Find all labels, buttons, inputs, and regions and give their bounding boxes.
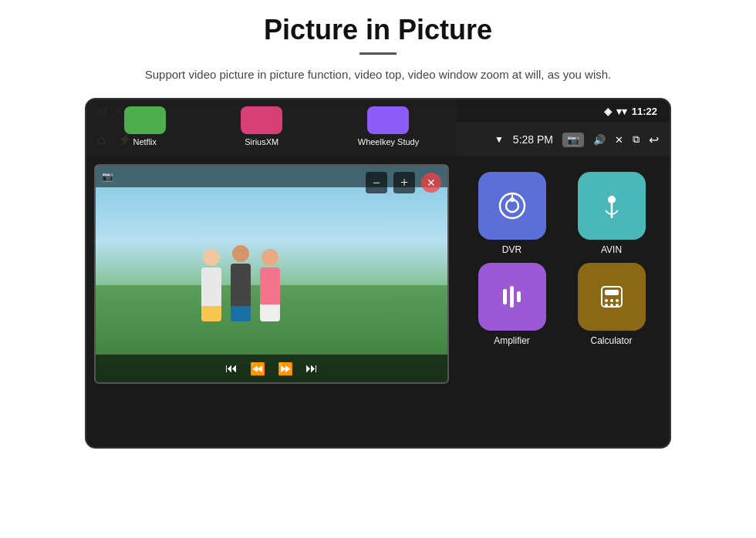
calculator-icon [578, 263, 646, 331]
device-frame: ◁ ○ □ ▬ ◈ ▾▾ 11:22 ⌂ ⚡ ▼ 5:28 PM 📷 🔊 [85, 98, 671, 449]
svg-point-2 [510, 197, 515, 202]
svg-rect-10 [605, 290, 619, 295]
app-bar-time: 5:28 PM [513, 133, 553, 146]
pip-close-button[interactable]: ✕ [421, 173, 441, 193]
dvr-app[interactable]: DVR [466, 172, 558, 255]
person-2 [231, 245, 251, 321]
clock-time: 11:22 [632, 106, 657, 117]
dvr-icon [478, 172, 546, 240]
avin-label: AVIN [601, 244, 622, 255]
pip-video-window[interactable]: 📷 − + ✕ ⏮ ⏪ ⏩ ⏭ [94, 164, 449, 384]
siriusxm-label: SiriusXM [245, 137, 278, 146]
rewind-button[interactable]: ⏮ [225, 361, 238, 375]
svg-point-13 [616, 299, 619, 302]
svg-rect-7 [510, 286, 514, 308]
dvr-label: DVR [502, 244, 521, 255]
video-scene [96, 166, 447, 382]
netflix-app[interactable]: Netflix [124, 106, 166, 146]
siriusxm-app[interactable]: SiriusXM [241, 106, 282, 146]
avin-app[interactable]: AVIN [565, 172, 657, 255]
amplifier-app[interactable]: Amplifier [466, 263, 558, 346]
netflix-label: Netflix [133, 137, 157, 146]
pip-camera-icon: 📷 [102, 171, 113, 183]
svg-point-12 [610, 299, 613, 302]
person-1 [201, 249, 221, 321]
location-icon: ◈ [604, 106, 612, 117]
svg-rect-8 [517, 291, 521, 302]
amplifier-label: Amplifier [494, 335, 530, 346]
calculator-label: Calculator [590, 335, 632, 346]
status-bar-right: ◈ ▾▾ 11:22 [604, 106, 657, 117]
netflix-icon [124, 106, 166, 134]
volume-icon[interactable]: 🔊 [593, 134, 606, 146]
wifi-signal-icon: ▾▾ [616, 106, 627, 117]
wifi-icon: ▼ [494, 134, 504, 145]
wheelkey-app[interactable]: Wheelkey Study [358, 106, 419, 146]
app-bar-right: ▼ 5:28 PM 📷 🔊 ✕ ⧉ ↩ [494, 133, 659, 147]
wheelkey-label: Wheelkey Study [358, 137, 419, 146]
pip-window-icon[interactable]: ⧉ [633, 133, 640, 146]
avin-icon [578, 172, 646, 240]
page-subtitle: Support video picture in picture functio… [145, 66, 611, 84]
title-divider [359, 52, 397, 55]
svg-point-14 [605, 304, 608, 307]
pip-playback-bar: ⏮ ⏪ ⏩ ⏭ [96, 355, 447, 382]
page-container: Picture in Picture Support video picture… [0, 0, 756, 538]
app-grid: DVR AVIN [454, 156, 670, 187]
svg-rect-6 [503, 289, 507, 304]
video-people [201, 245, 280, 321]
prev-button[interactable]: ⏪ [250, 361, 265, 376]
siriusxm-icon [241, 106, 282, 134]
pip-minus-button[interactable]: − [366, 172, 387, 193]
bottom-app-row: Netflix SiriusXM Wheelkey Study [86, 98, 457, 156]
svg-point-4 [608, 196, 616, 203]
calculator-app[interactable]: Calculator [565, 263, 657, 346]
pip-plus-button[interactable]: + [393, 172, 415, 193]
amplifier-icon [478, 263, 546, 331]
wheelkey-icon [367, 106, 409, 134]
person-3 [260, 249, 280, 321]
svg-point-15 [610, 304, 613, 307]
close-x-icon[interactable]: ✕ [615, 134, 623, 146]
camera-active-icon[interactable]: 📷 [562, 133, 584, 147]
pip-resize-controls: − + ✕ [366, 172, 441, 193]
back-nav-icon[interactable]: ↩ [649, 133, 659, 147]
page-title: Picture in Picture [264, 14, 492, 46]
next-button[interactable]: ⏩ [278, 361, 293, 376]
svg-point-11 [605, 299, 608, 302]
fast-forward-button[interactable]: ⏭ [305, 361, 318, 375]
svg-point-16 [616, 304, 619, 307]
